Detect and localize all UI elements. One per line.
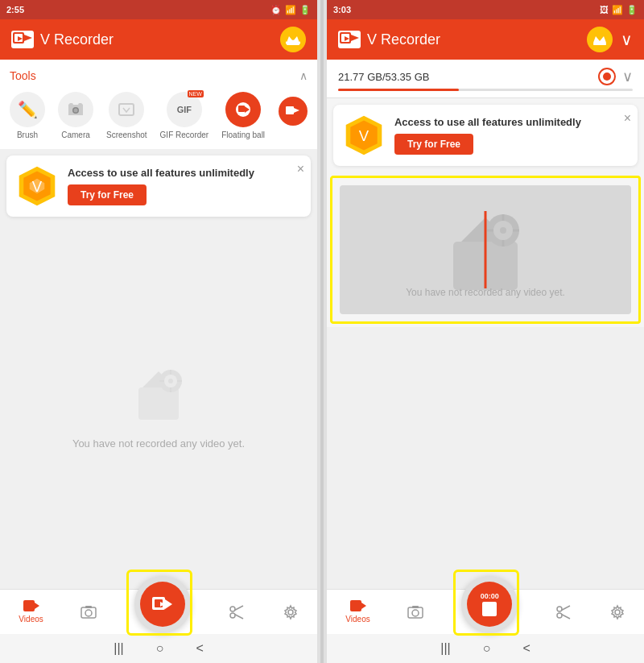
battery-icon-2: 🔋	[626, 5, 638, 15]
tool-brush-icon: ✏️	[10, 92, 45, 127]
svg-point-33	[85, 610, 92, 616]
status-bar-2: 3:03 🖼 📶 🔋	[327, 0, 644, 19]
empty-state-1: You have not recorded any video yet.	[0, 223, 317, 589]
tool-camera-icon	[58, 92, 93, 127]
storage-fill	[338, 89, 459, 91]
nav-back-2[interactable]: |||	[440, 641, 450, 656]
svg-line-41	[234, 606, 243, 611]
storage-dropdown[interactable]: ∨	[622, 68, 633, 85]
empty-text-1: You have not recorded any video yet.	[72, 437, 245, 450]
tool-floating-label: Floating ball	[221, 131, 265, 139]
record-btn-container-1	[134, 576, 191, 632]
premium-hex-2: V	[343, 114, 385, 156]
tool-camera[interactable]: Camera	[58, 92, 93, 139]
video-empty-text: You have not recorded any video yet.	[406, 287, 565, 298]
tool-gif-label: GIF Recorder	[160, 131, 209, 139]
svg-line-71	[561, 606, 570, 611]
nav-settings-1[interactable]	[283, 604, 299, 620]
status-icons-1: ⏰ 📶 🔋	[270, 5, 311, 15]
svg-point-73	[615, 610, 620, 615]
svg-marker-65	[361, 603, 366, 609]
nav-videos-label-2: Videos	[345, 615, 369, 624]
svg-line-72	[561, 614, 570, 619]
tool-brush-label: Brush	[17, 131, 38, 139]
nav-photo-2[interactable]	[407, 605, 423, 619]
app-header-1: V Recorder	[0, 19, 317, 60]
nav-recent-2[interactable]: <	[522, 641, 530, 656]
storage-text: 21.77 GB/53.35 GB	[338, 71, 429, 83]
svg-marker-36	[165, 599, 172, 609]
record-dot-btn[interactable]	[598, 68, 616, 85]
premium-close-1[interactable]: ×	[297, 162, 304, 176]
app-logo-2	[338, 31, 361, 48]
signal-icon: 📶	[285, 5, 296, 15]
svg-rect-49	[593, 43, 606, 45]
svg-point-8	[292, 40, 295, 43]
nav-scissors-1[interactable]	[229, 604, 245, 620]
try-free-btn-2[interactable]: Try for Free	[394, 134, 473, 155]
try-free-btn-1[interactable]: Try for Free	[68, 184, 147, 205]
premium-title-2: Access to use all features unlimitedly	[394, 116, 581, 130]
svg-point-67	[412, 610, 419, 616]
nav-videos-label-1: Videos	[19, 615, 43, 624]
tools-header: Tools ∧	[10, 69, 308, 82]
premium-title-1: Access to use all features unlimitedly	[68, 167, 254, 180]
tool-floating-icon	[225, 92, 261, 127]
svg-marker-45	[351, 35, 359, 41]
nav-scissors-2[interactable]	[555, 604, 572, 620]
cursor-line	[484, 211, 486, 288]
premium-hex-1: V	[16, 165, 58, 207]
tool-camera-label: Camera	[61, 131, 90, 139]
crown-btn-1[interactable]	[280, 27, 306, 52]
svg-marker-31	[35, 603, 39, 609]
nav-videos-1[interactable]: Videos	[19, 600, 43, 624]
svg-point-40	[230, 613, 235, 618]
nav-photo-1[interactable]	[80, 605, 97, 619]
svg-rect-34	[85, 606, 92, 608]
svg-point-59	[500, 227, 506, 234]
tool-floating[interactable]: Floating ball	[221, 92, 265, 139]
tools-collapse-icon[interactable]: ∧	[299, 69, 308, 82]
nav-home-1[interactable]: ○	[156, 641, 164, 656]
nav-recent-1[interactable]: <	[196, 641, 203, 656]
svg-rect-30	[23, 600, 35, 611]
svg-point-51	[603, 73, 611, 81]
record-outer-btn-1[interactable]	[134, 576, 191, 632]
floating-ball-1[interactable]	[279, 97, 308, 126]
crown-btn-2[interactable]	[587, 27, 613, 52]
svg-marker-1	[24, 35, 32, 41]
dropdown-chevron-2[interactable]: ∨	[621, 30, 633, 49]
tools-section: Tools ∧ ✏️ Brush Camera	[0, 60, 317, 149]
android-nav-1: ||| ○ <	[0, 634, 317, 663]
nav-back-1[interactable]: |||	[114, 641, 123, 656]
premium-text-1: Access to use all features unlimitedly T…	[68, 167, 254, 206]
app-title-1: V Recorder	[40, 31, 114, 48]
nav-videos-2[interactable]: Videos	[345, 600, 369, 624]
phone-divider	[320, 0, 324, 663]
premium-close-2[interactable]: ×	[624, 111, 631, 126]
svg-rect-5	[287, 43, 299, 45]
nav-settings-2[interactable]	[609, 604, 625, 620]
svg-rect-11	[119, 104, 134, 115]
tool-screenshot[interactable]: Screenshot	[106, 92, 147, 139]
tools-label: Tools	[10, 69, 36, 82]
record-outer-btn-2[interactable]: 00:00	[461, 576, 518, 632]
header-right-2: ∨	[587, 27, 633, 52]
tool-brush[interactable]: ✏️ Brush	[10, 92, 45, 139]
tool-gif[interactable]: GIF NEW GIF Recorder	[160, 92, 209, 139]
premium-text-2: Access to use all features unlimitedly T…	[394, 116, 581, 155]
svg-text:V: V	[359, 127, 369, 144]
svg-line-42	[234, 614, 243, 619]
svg-rect-19	[138, 387, 179, 420]
time-2: 3:03	[333, 5, 351, 15]
nav-home-2[interactable]: ○	[483, 641, 491, 656]
tools-grid: ✏️ Brush Camera	[10, 92, 308, 139]
app-title-2: V Recorder	[367, 31, 440, 48]
storage-bar	[338, 89, 633, 91]
main-content-1: Tools ∧ ✏️ Brush Camera	[0, 60, 317, 589]
storage-controls: ∨	[598, 68, 633, 85]
storage-info: 21.77 GB/53.35 GB ∨	[338, 68, 633, 85]
svg-point-70	[557, 613, 562, 618]
header-left-2: V Recorder	[338, 31, 440, 48]
status-bar-1: 2:55 ⏰ 📶 🔋	[0, 0, 317, 19]
